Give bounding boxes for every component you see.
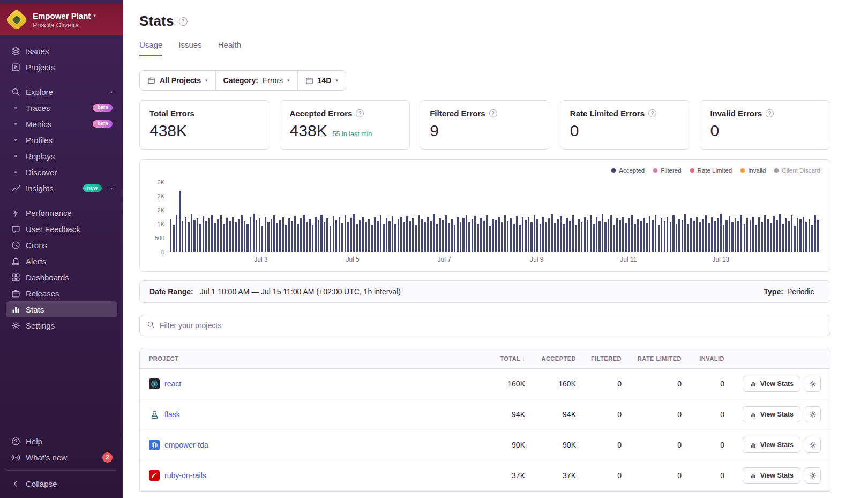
sidebar-item-what-s-new[interactable]: What's new2 <box>6 449 117 465</box>
view-stats-button[interactable]: View Stats <box>743 406 800 422</box>
stat-card-accepted-errors: Accepted Errors?438K55 in last min <box>280 100 410 150</box>
legend-item-client-discard[interactable]: Client Discard <box>774 167 820 174</box>
sidebar-item-label: Alerts <box>26 257 46 266</box>
help-icon <box>11 437 20 446</box>
stat-card-value: 0 <box>710 122 719 140</box>
stat-card-total-errors: Total Errors438K <box>139 100 270 150</box>
type-value: Periodic <box>787 287 814 296</box>
sidebar-item-settings[interactable]: Settings <box>6 317 117 333</box>
sidebar-item-replays[interactable]: Replays <box>6 148 117 164</box>
legend-label: Client Discard <box>782 167 820 174</box>
legend-dot <box>740 168 745 173</box>
column-header-total[interactable]: TOTAL↓ <box>472 355 525 362</box>
chevron-down-icon: ▾ <box>110 186 113 191</box>
sidebar-item-dashboards[interactable]: Dashboards <box>6 269 117 285</box>
project-link[interactable]: react <box>164 380 181 388</box>
tab-issues[interactable]: Issues <box>178 40 201 56</box>
sidebar-nav: IssuesProjectsExplore▴TracesbetaMetricsb… <box>0 35 123 342</box>
help-icon[interactable]: ? <box>489 109 497 117</box>
help-icon[interactable]: ? <box>356 109 364 117</box>
sidebar-item-label: Stats <box>26 305 44 314</box>
sidebar-item-label: Explore <box>26 87 53 96</box>
cell-filtered: 0 <box>576 441 622 449</box>
sidebar-item-discover[interactable]: Discover <box>6 164 117 180</box>
sidebar: Empower Plant ▾ Priscila Oliveira Issues… <box>0 0 123 498</box>
chevron-down-icon: ▾ <box>335 78 338 83</box>
project-filter-label: All Projects <box>160 76 201 85</box>
sidebar-item-insights[interactable]: Insightsnew▾ <box>6 180 117 196</box>
sidebar-item-releases[interactable]: Releases <box>6 285 117 301</box>
tab-health[interactable]: Health <box>218 40 241 56</box>
sidebar-item-traces[interactable]: Tracesbeta <box>6 100 117 116</box>
y-tick-label: 2K <box>158 207 164 213</box>
cell-accepted: 160K <box>525 380 576 388</box>
page-help-icon[interactable]: ? <box>179 17 188 26</box>
type-dropdown[interactable]: Type: Periodic ▾ <box>764 287 820 296</box>
user-feedback-icon <box>11 225 20 234</box>
view-stats-button[interactable]: View Stats <box>743 467 800 484</box>
view-stats-button[interactable]: View Stats <box>743 376 800 392</box>
search-input[interactable] <box>160 321 823 330</box>
stat-card-invalid-errors: Invalid Errors?0 <box>700 100 830 150</box>
project-link[interactable]: ruby-on-rails <box>164 471 206 480</box>
x-tick-label: Jul 9 <box>530 256 543 263</box>
sidebar-item-label: Releases <box>26 289 59 298</box>
projects-icon <box>11 63 20 72</box>
sidebar-item-explore[interactable]: Explore▴ <box>6 84 117 100</box>
project-settings-button[interactable] <box>805 376 821 392</box>
cell-rate-limited: 0 <box>622 471 682 480</box>
legend-dot <box>653 168 657 173</box>
sidebar-item-label: Performance <box>26 209 72 218</box>
legend-item-invalid[interactable]: Invalid <box>740 167 766 174</box>
tab-usage[interactable]: Usage <box>139 40 162 56</box>
column-header-invalid[interactable]: INVALID <box>682 355 724 362</box>
org-switcher[interactable]: Empower Plant ▾ Priscila Oliveira <box>0 4 123 35</box>
sidebar-item-performance[interactable]: Performance <box>6 205 117 221</box>
date-period-dropdown[interactable]: 14D ▾ <box>297 71 346 90</box>
app-root: Empower Plant ▾ Priscila Oliveira Issues… <box>0 0 868 498</box>
sidebar-item-projects[interactable]: Projects <box>6 59 117 75</box>
sidebar-item-profiles[interactable]: Profiles <box>6 132 117 148</box>
bullet-icon <box>11 155 20 157</box>
sidebar-item-user-feedback[interactable]: User Feedback <box>6 221 117 237</box>
column-header-project[interactable]: PROJECT <box>149 355 472 362</box>
project-settings-button[interactable] <box>805 406 821 422</box>
crons-icon <box>11 241 20 250</box>
column-header-rate-limited[interactable]: RATE LIMITED <box>622 355 682 362</box>
cell-filtered: 0 <box>576 410 622 419</box>
sidebar-item-metrics[interactable]: Metricsbeta <box>6 116 117 132</box>
cell-rate-limited: 0 <box>622 410 682 419</box>
cell-total: 160K <box>472 380 525 388</box>
column-header-filtered[interactable]: FILTERED <box>576 355 622 362</box>
sidebar-item-collapse[interactable]: Collapse <box>6 475 117 492</box>
project-link[interactable]: empower-tda <box>164 441 208 449</box>
legend-item-rate-limited[interactable]: Rate Limited <box>690 167 732 174</box>
y-tick-label: 1K <box>158 221 164 227</box>
project-settings-button[interactable] <box>805 437 821 453</box>
sidebar-item-alerts[interactable]: Alerts <box>6 253 117 269</box>
help-icon[interactable]: ? <box>648 109 656 117</box>
bar-chart-icon <box>750 381 757 388</box>
sidebar-item-crons[interactable]: Crons <box>6 237 117 253</box>
help-icon[interactable]: ? <box>766 109 774 117</box>
sidebar-item-issues[interactable]: Issues <box>6 43 117 59</box>
sidebar-item-label: Metrics <box>26 120 51 129</box>
legend-item-filtered[interactable]: Filtered <box>653 167 681 174</box>
sidebar-item-label: Discover <box>26 168 57 177</box>
legend-item-accepted[interactable]: Accepted <box>611 167 645 174</box>
project-settings-button[interactable] <box>805 467 821 484</box>
sidebar-item-stats[interactable]: Stats <box>6 301 117 317</box>
y-tick-label: 0 <box>161 249 164 255</box>
stat-card-rate-limited-errors: Rate Limited Errors?0 <box>560 100 691 150</box>
sidebar-item-help[interactable]: Help <box>6 433 117 449</box>
category-filter-dropdown[interactable]: Category: Errors ▾ <box>215 71 297 90</box>
project-filter-dropdown[interactable]: All Projects ▾ <box>140 71 215 90</box>
cell-total: 37K <box>472 471 525 480</box>
view-stats-button[interactable]: View Stats <box>743 437 800 453</box>
table-body: react160K160K000View Statsflask94K94K000… <box>140 369 830 491</box>
project-link[interactable]: flask <box>164 410 180 419</box>
tab-bar: UsageIssuesHealth <box>139 40 830 56</box>
column-header-accepted[interactable]: ACCEPTED <box>525 355 576 362</box>
flask-platform-icon <box>149 409 160 420</box>
stat-card-filtered-errors: Filtered Errors?9 <box>420 100 550 150</box>
